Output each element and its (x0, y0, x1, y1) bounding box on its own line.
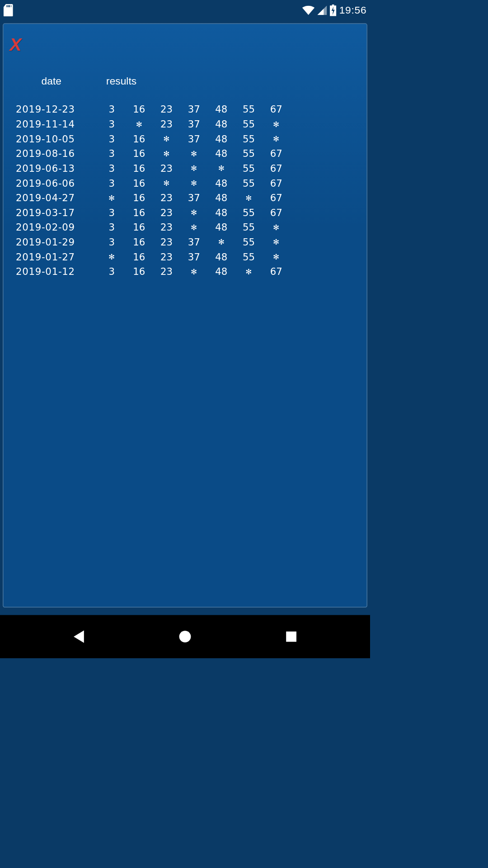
result-cell: 37 (180, 235, 208, 250)
result-cell: 48 (208, 146, 235, 161)
table-row: 2019-03-1731623✻485567 (16, 205, 290, 220)
result-cell: 23 (153, 117, 180, 132)
recent-apps-button[interactable] (264, 626, 319, 647)
status-bar: 19:56 (0, 0, 370, 21)
result-cell: 48 (208, 176, 235, 191)
results-table: 2019-12-2331623374855672019-11-143✻23374… (16, 102, 290, 279)
result-cell: 67 (263, 205, 290, 220)
back-button[interactable] (52, 626, 106, 647)
result-cell: 48 (208, 102, 235, 117)
result-cell: 16 (126, 191, 153, 206)
results-panel: X date results 2019-12-23316233748556720… (3, 24, 367, 608)
result-cell: ✻ (153, 176, 180, 191)
result-cell: ✻ (263, 132, 290, 146)
row-date: 2019-03-17 (16, 205, 98, 220)
header-results: results (93, 75, 230, 87)
result-cell: ✻ (235, 264, 263, 279)
result-cell: 16 (126, 146, 153, 161)
result-cell: 16 (126, 250, 153, 264)
result-cell: ✻ (153, 146, 180, 161)
result-cell: ✻ (208, 161, 235, 176)
result-cell: 48 (208, 264, 235, 279)
result-cell: 48 (208, 191, 235, 206)
sd-card-icon (4, 4, 13, 16)
table-row: 2019-02-0931623✻4855✻ (16, 220, 290, 235)
result-cell: ✻ (263, 220, 290, 235)
result-cell: 67 (263, 264, 290, 279)
result-cell: ✻ (180, 146, 208, 161)
svg-rect-1 (332, 5, 334, 5)
result-cell: 67 (263, 191, 290, 206)
table-row: 2019-06-1331623✻✻5567 (16, 161, 290, 176)
result-cell: 67 (263, 102, 290, 117)
result-cell: 37 (180, 132, 208, 146)
wifi-icon (302, 5, 314, 15)
result-cell: 3 (98, 117, 126, 132)
result-cell: 48 (208, 220, 235, 235)
table-row: 2019-01-1231623✻48✻67 (16, 264, 290, 279)
result-cell: 16 (126, 132, 153, 146)
table-row: 2019-04-27✻16233748✻67 (16, 191, 290, 206)
result-cell: 48 (208, 117, 235, 132)
row-date: 2019-10-05 (16, 132, 98, 146)
result-cell: 55 (235, 102, 263, 117)
result-cell: ✻ (126, 117, 153, 132)
table-row: 2019-08-16316✻✻485567 (16, 146, 290, 161)
result-cell: 3 (98, 146, 126, 161)
result-cell: ✻ (263, 235, 290, 250)
result-cell: 48 (208, 205, 235, 220)
result-cell: 48 (208, 132, 235, 146)
home-button[interactable] (158, 626, 212, 647)
status-clock: 19:56 (339, 5, 367, 16)
result-cell: 3 (98, 264, 126, 279)
result-cell: ✻ (180, 220, 208, 235)
result-cell: 67 (263, 146, 290, 161)
result-cell: 3 (98, 176, 126, 191)
result-cell: ✻ (235, 191, 263, 206)
result-cell: 55 (235, 235, 263, 250)
table-row: 2019-12-233162337485567 (16, 102, 290, 117)
result-cell: 3 (98, 161, 126, 176)
back-icon (74, 631, 84, 643)
result-cell: 16 (126, 264, 153, 279)
recent-apps-icon (286, 632, 296, 642)
result-cell: 23 (153, 220, 180, 235)
close-button[interactable]: X (9, 34, 21, 55)
result-cell: ✻ (98, 191, 126, 206)
signal-icon (317, 5, 327, 15)
result-cell: 37 (180, 250, 208, 264)
result-cell: 55 (235, 220, 263, 235)
result-cell: ✻ (180, 176, 208, 191)
result-cell: 3 (98, 102, 126, 117)
result-cell: 16 (126, 102, 153, 117)
result-cell: ✻ (263, 117, 290, 132)
result-cell: 3 (98, 235, 126, 250)
row-date: 2019-02-09 (16, 220, 98, 235)
status-right: 19:56 (302, 5, 367, 16)
result-cell: 23 (153, 235, 180, 250)
table-row: 2019-01-27✻1623374855✻ (16, 250, 290, 264)
table-row: 2019-01-293162337✻55✻ (16, 235, 290, 250)
result-cell: 37 (180, 191, 208, 206)
result-cell: 23 (153, 205, 180, 220)
row-date: 2019-01-29 (16, 235, 98, 250)
content-area: X date results 2019-12-23316233748556720… (0, 21, 370, 610)
result-cell: 23 (153, 191, 180, 206)
row-date: 2019-06-06 (16, 176, 98, 191)
result-cell: 23 (153, 264, 180, 279)
result-cell: 16 (126, 176, 153, 191)
result-cell: ✻ (153, 132, 180, 146)
result-cell: 55 (235, 132, 263, 146)
battery-charging-icon (329, 5, 336, 16)
result-cell: 3 (98, 132, 126, 146)
row-date: 2019-04-27 (16, 191, 98, 206)
status-left (4, 4, 13, 16)
row-date: 2019-01-12 (16, 264, 98, 279)
result-cell: 16 (126, 161, 153, 176)
navigation-bar (0, 615, 370, 658)
result-cell: 37 (180, 102, 208, 117)
table-row: 2019-10-05316✻374855✻ (16, 132, 290, 146)
result-cell: 55 (235, 146, 263, 161)
result-cell: ✻ (98, 250, 126, 264)
row-date: 2019-11-14 (16, 117, 98, 132)
